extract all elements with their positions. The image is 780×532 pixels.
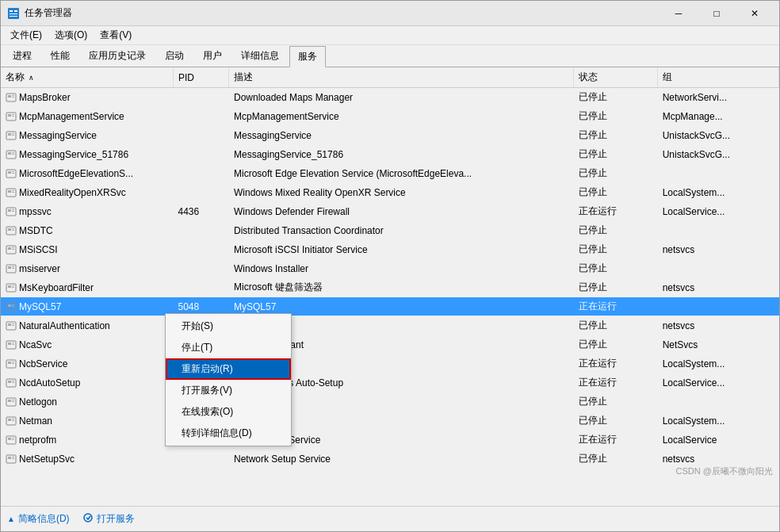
cell-pid: [173, 259, 229, 278]
svg-rect-72: [12, 401, 14, 402]
cell-group: McpManage...: [658, 107, 779, 126]
menu-view[interactable]: 查看(V): [94, 27, 138, 44]
svg-rect-51: [12, 304, 14, 305]
svg-rect-19: [12, 152, 14, 153]
svg-rect-68: [12, 382, 14, 383]
cell-service-name: Netlogon: [1, 392, 173, 411]
tab-details[interactable]: 详细信息: [232, 45, 288, 67]
cell-status: 正在运行: [574, 297, 658, 316]
table-row[interactable]: MicrosoftEdgeElevationS...Microsoft Edge…: [1, 164, 779, 183]
cell-description: Windows Mixed Reality OpenXR Service: [229, 183, 574, 202]
services-table-container[interactable]: 名称 ∧ PID 描述 状态 组 MapsBrokerDownloaded Ma…: [1, 67, 779, 506]
content-area: 名称 ∧ PID 描述 状态 组 MapsBrokerDownloaded Ma…: [1, 67, 779, 506]
svg-rect-43: [12, 266, 14, 267]
table-row[interactable]: MapsBrokerDownloaded Maps Manager已停止Netw…: [1, 88, 779, 107]
svg-rect-80: [12, 439, 14, 440]
tab-startup[interactable]: 启动: [156, 45, 193, 67]
svg-rect-83: [12, 457, 14, 457]
cell-pid: [173, 88, 229, 107]
context-menu-item[interactable]: 打开服务(V): [166, 380, 291, 401]
close-button[interactable]: ✕: [736, 2, 773, 25]
col-header-group[interactable]: 组: [658, 67, 779, 88]
col-header-name[interactable]: 名称 ∧: [1, 67, 173, 88]
svg-rect-52: [12, 306, 14, 307]
table-row[interactable]: Netlogon已停止: [1, 392, 779, 411]
table-row[interactable]: MSDTCDistributed Transaction Coordinator…: [1, 221, 779, 240]
svg-rect-38: [8, 247, 11, 250]
svg-rect-42: [8, 266, 11, 269]
sort-arrow-icon: ∧: [29, 74, 34, 82]
context-menu-item[interactable]: 重新启动(R): [166, 358, 291, 380]
svg-rect-32: [12, 211, 14, 212]
brief-info-button[interactable]: ▲ 简略信息(D): [7, 512, 70, 526]
table-row[interactable]: NaturalAuthentication已停止netsvcs: [1, 316, 779, 335]
minimize-button[interactable]: ─: [660, 2, 697, 25]
cell-group: [658, 297, 779, 316]
open-services-button[interactable]: 打开服务: [82, 512, 135, 526]
svg-rect-7: [12, 95, 14, 96]
table-row[interactable]: Netmanections已停止LocalSystem...: [1, 411, 779, 431]
cell-pid: [173, 221, 229, 240]
svg-rect-34: [8, 228, 11, 231]
svg-rect-63: [12, 362, 14, 362]
svg-rect-44: [12, 268, 14, 269]
cell-service-name: MSiSCSI: [1, 240, 173, 259]
table-row[interactable]: McpManagementServiceMcpManagementService…: [1, 107, 779, 126]
table-row[interactable]: msiserverWindows Installer已停止: [1, 259, 779, 278]
svg-rect-46: [8, 285, 11, 288]
tab-services[interactable]: 服务: [289, 46, 326, 67]
table-row[interactable]: netprofm2388Network List Service正在运行Loca…: [1, 431, 779, 450]
context-menu-item[interactable]: 开始(S): [166, 316, 291, 337]
cell-pid: [173, 145, 229, 164]
cell-service-name: MicrosoftEdgeElevationS...: [1, 164, 173, 183]
tab-app-history[interactable]: 应用历史记录: [80, 45, 155, 67]
table-row[interactable]: MySQL575048MySQL57正在运行: [1, 297, 779, 316]
tab-processes[interactable]: 进程: [4, 45, 40, 67]
cell-group: LocalService...: [658, 373, 779, 392]
tab-users[interactable]: 用户: [194, 45, 231, 67]
window-controls: ─ □ ✕: [660, 2, 773, 25]
table-row[interactable]: NcbServiceection Broker正在运行LocalSystem..…: [1, 354, 779, 373]
svg-rect-66: [8, 381, 11, 383]
table-row[interactable]: MSiSCSIMicrosoft iSCSI Initiator Service…: [1, 240, 779, 259]
table-row[interactable]: MessagingService_51786MessagingService_5…: [1, 145, 779, 164]
col-header-desc[interactable]: 描述: [229, 67, 574, 88]
table-row[interactable]: MixedRealityOpenXRSvcWindows Mixed Reali…: [1, 183, 779, 202]
table-row[interactable]: mpssvc4436Windows Defender Firewall正在运行L…: [1, 202, 779, 221]
cell-group: NetworkServi...: [658, 88, 779, 107]
menu-options[interactable]: 选项(O): [48, 27, 94, 44]
svg-rect-71: [12, 400, 14, 400]
cell-description: McpManagementService: [229, 107, 574, 126]
table-row[interactable]: MessagingServiceMessagingService已停止Unist…: [1, 126, 779, 145]
svg-rect-16: [12, 135, 14, 136]
cell-group: LocalService: [658, 431, 779, 450]
cell-group: netsvcs: [658, 278, 779, 297]
table-row[interactable]: NcdAutoSetupected Devices Auto-Setup正在运行…: [1, 373, 779, 392]
context-menu-item[interactable]: 转到详细信息(D): [166, 423, 291, 444]
cell-status: 正在运行: [574, 202, 658, 221]
cell-service-name: NcdAutoSetup: [1, 373, 173, 392]
svg-rect-74: [8, 419, 11, 421]
context-menu-item[interactable]: 在线搜索(O): [166, 401, 291, 423]
table-row[interactable]: MsKeyboardFilterMicrosoft 键盘筛选器已停止netsvc…: [1, 278, 779, 297]
cell-service-name: NaturalAuthentication: [1, 316, 173, 335]
cell-group: netsvcs: [658, 316, 779, 335]
context-menu-item[interactable]: 停止(T): [166, 337, 291, 358]
svg-rect-75: [12, 419, 14, 419]
col-header-status[interactable]: 状态: [574, 67, 658, 88]
svg-rect-8: [12, 97, 14, 98]
col-header-pid[interactable]: PID: [173, 67, 229, 88]
table-row[interactable]: NcaSvcectivity Assistant已停止NetSvcs: [1, 335, 779, 354]
cell-status: 正在运行: [574, 431, 658, 450]
cell-group: [658, 392, 779, 411]
menu-file[interactable]: 文件(E): [4, 27, 48, 44]
cell-service-name: MSDTC: [1, 221, 173, 240]
cell-group: LocalSystem...: [658, 183, 779, 202]
table-row[interactable]: NetSetupSvcNetwork Setup Service已停止netsv…: [1, 450, 779, 469]
cell-service-name: MsKeyboardFilter: [1, 278, 173, 297]
tab-performance[interactable]: 性能: [42, 45, 78, 67]
context-menu[interactable]: 开始(S)停止(T)重新启动(R)打开服务(V)在线搜索(O)转到详细信息(D): [165, 313, 292, 446]
cell-description: Downloaded Maps Manager: [229, 88, 574, 107]
cell-status: 已停止: [574, 316, 658, 335]
maximize-button[interactable]: □: [698, 2, 735, 25]
